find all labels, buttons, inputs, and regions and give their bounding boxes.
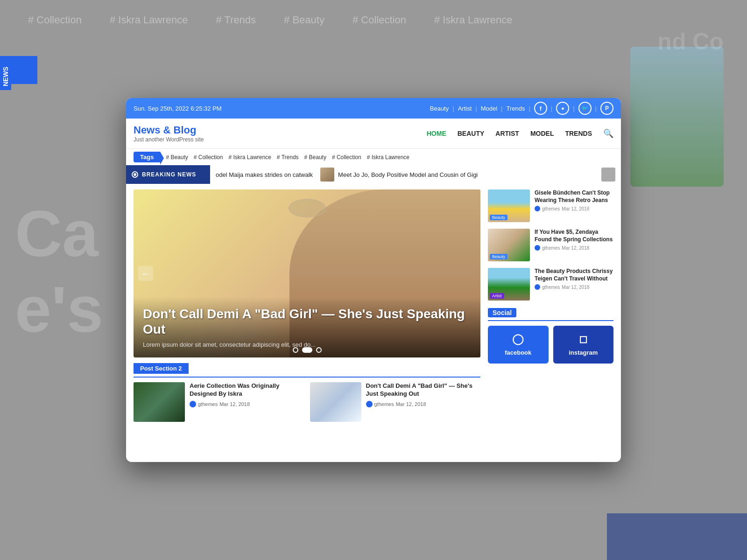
breaking-item-1[interactable]: odel Maija makes strides on catwalk xyxy=(216,171,313,178)
topnav-beauty[interactable]: Beauty xyxy=(430,105,449,112)
sidebar-article-3[interactable]: Artist The Beauty Products Chrissy Teige… xyxy=(488,268,613,301)
meta-avatar-1 xyxy=(190,401,196,407)
logo-title[interactable]: News & Blog xyxy=(134,124,204,136)
sidebar-author-2: gthemes xyxy=(542,245,560,251)
hero-dot-3[interactable] xyxy=(316,347,322,353)
bg-palm xyxy=(630,47,724,187)
bg-right-text: nd Co xyxy=(657,28,724,55)
logo-subtitle: Just another WordPress site xyxy=(134,136,204,143)
facebook-button[interactable]: ◯ facebook xyxy=(488,326,549,364)
breaking-dot xyxy=(132,171,138,178)
sidebar-article-meta-1: gthemes Mar 12, 2018 xyxy=(535,206,613,211)
breaking-item-2[interactable]: Meet Jo Jo, Body Positive Model and Cous… xyxy=(320,168,478,182)
post-card-title-2: Don't Call Demi A "Bad Girl" — She's Jus… xyxy=(366,382,481,398)
hero-dot-2[interactable] xyxy=(302,347,312,353)
sidebar-date-3: Mar 12, 2018 xyxy=(562,285,589,290)
instagram-label: instagram xyxy=(569,349,598,356)
post-date-1: Mar 12, 2018 xyxy=(219,401,250,407)
hero-title: Don't Call Demi A "Bad Girl" — She's Jus… xyxy=(143,306,471,337)
sidebar-meta-icon-3 xyxy=(535,284,540,290)
instagram-button[interactable]: ◻ instagram xyxy=(553,326,614,364)
browser-window: Sun. Sep 25th, 2022 6:25:32 PM Beauty | … xyxy=(126,98,621,462)
hero-section: ← Don't Call Demi A "Bad Girl" — She's J… xyxy=(134,189,480,422)
breaking-thumb-1 xyxy=(320,168,334,182)
breaking-content: odel Maija makes strides on catwalk Meet… xyxy=(210,165,621,184)
sidebar-article-title-3: The Beauty Products Chrissy Teigen Can't… xyxy=(535,268,613,282)
social-title: Social xyxy=(488,308,613,321)
post-card-body-2: Don't Call Demi A "Bad Girl" — She's Jus… xyxy=(366,382,481,407)
topnav-artist[interactable]: Artist xyxy=(458,105,472,112)
post-card-body-1: Aerie Collection Was Originally Designed… xyxy=(190,382,304,407)
nav-artist[interactable]: ARTIST xyxy=(495,130,519,137)
nav-trends[interactable]: TRENDS xyxy=(565,130,592,137)
social-section: Social ◯ facebook ◻ instagram xyxy=(488,308,613,364)
header: News & Blog Just another WordPress site … xyxy=(126,119,621,148)
post-card-thumb-1 xyxy=(134,382,185,422)
sidebar-article-body-3: The Beauty Products Chrissy Teigen Can't… xyxy=(535,268,613,290)
sidebar-meta-icon-2 xyxy=(535,245,540,251)
nav-model[interactable]: MODEL xyxy=(530,130,554,137)
sidebar-article-body-1: Gisele Bündchen Can't Stop Wearing These… xyxy=(535,189,613,211)
sidebar-article-2[interactable]: Beauty If You Have $5, Zendaya Found the… xyxy=(488,229,613,261)
post-card-thumb-2 xyxy=(310,382,361,422)
post-card-2[interactable]: Don't Call Demi A "Bad Girl" — She's Jus… xyxy=(310,382,481,422)
breaking-news-bar: BREAKING NEWS odel Maija makes strides o… xyxy=(126,165,621,184)
datetime: Sun. Sep 25th, 2022 6:25:32 PM xyxy=(134,105,222,112)
bg-news-label: NEWS xyxy=(0,63,11,90)
social-title-badge: Social xyxy=(488,308,516,317)
tag-iskra-2[interactable]: # Iskra Lawrence xyxy=(367,154,409,161)
instagram-icon: ◻ xyxy=(579,333,587,345)
facebook-label: facebook xyxy=(505,349,531,356)
sidebar-thumb-2: Beauty xyxy=(488,229,530,261)
sidebar-article-1[interactable]: Beauty Gisele Bündchen Can't Stop Wearin… xyxy=(488,189,613,222)
tag-collection-2[interactable]: # Collection xyxy=(332,154,361,161)
post-card-1[interactable]: Aerie Collection Was Originally Designed… xyxy=(134,382,304,422)
social-buttons: ◯ facebook ◻ instagram xyxy=(488,326,613,364)
post-author-2: gthemes xyxy=(374,401,394,407)
breaking-thumb-2 xyxy=(601,168,615,182)
sidebar-thumb-3: Artist xyxy=(488,268,530,301)
topbar-instagram-icon[interactable]: ● xyxy=(556,102,569,115)
post-card-meta-2: gthemes Mar 12, 2018 xyxy=(366,401,481,407)
main-nav: HOME BEAUTY ARTIST MODEL TRENDS 🔍 xyxy=(427,128,613,139)
topnav-trends[interactable]: Trends xyxy=(506,105,525,112)
bg-bottom xyxy=(607,513,747,560)
sidebar-date-1: Mar 12, 2018 xyxy=(562,206,589,211)
sidebar-article-title-2: If You Have $5, Zendaya Found the Spring… xyxy=(535,229,613,243)
meta-avatar-2 xyxy=(366,401,373,407)
logo: News & Blog Just another WordPress site xyxy=(134,124,204,143)
post-cards: Aerie Collection Was Originally Designed… xyxy=(134,382,480,422)
tag-beauty-2[interactable]: # Beauty xyxy=(304,154,326,161)
topbar-facebook-icon[interactable]: f xyxy=(534,102,547,115)
hero-hat xyxy=(289,199,326,217)
tag-trends-1[interactable]: # Trends xyxy=(277,154,299,161)
post-card-meta-1: gthemes Mar 12, 2018 xyxy=(190,401,304,407)
sidebar-meta-icon-1 xyxy=(535,206,540,211)
hero-dots xyxy=(293,347,322,353)
post-author-1: gthemes xyxy=(198,401,218,407)
sidebar-article-body-2: If You Have $5, Zendaya Found the Spring… xyxy=(535,229,613,251)
topbar-twitter-icon[interactable]: 🐦 xyxy=(578,102,592,115)
sidebar-badge-3: Artist xyxy=(490,293,504,299)
sidebar: Beauty Gisele Bündchen Can't Stop Wearin… xyxy=(480,189,613,422)
breaking-label: BREAKING NEWS xyxy=(142,171,196,178)
sidebar-thumb-1: Beauty xyxy=(488,189,530,222)
nav-beauty[interactable]: BEAUTY xyxy=(458,130,485,137)
top-bar-right: Beauty | Artist | Model | Trends | f | ●… xyxy=(430,102,613,115)
hero-dot-1[interactable] xyxy=(293,347,298,353)
tag-beauty-1[interactable]: # Beauty xyxy=(166,154,188,161)
bg-tags: # Collection # Iskra Lawrence # Trends #… xyxy=(0,14,747,26)
topnav-model[interactable]: Model xyxy=(481,105,497,112)
content-area: ← Don't Call Demi A "Bad Girl" — She's J… xyxy=(126,184,621,427)
tag-collection-1[interactable]: # Collection xyxy=(194,154,223,161)
breaking-label-area: BREAKING NEWS xyxy=(126,165,210,184)
topbar-pinterest-icon[interactable]: P xyxy=(600,102,613,115)
hero-prev-button[interactable]: ← xyxy=(138,266,153,281)
tag-iskra-1[interactable]: # Iskra Lawrence xyxy=(228,154,271,161)
top-bar: Sun. Sep 25th, 2022 6:25:32 PM Beauty | … xyxy=(126,98,621,119)
sidebar-article-meta-2: gthemes Mar 12, 2018 xyxy=(535,245,613,251)
search-icon[interactable]: 🔍 xyxy=(603,128,613,139)
sidebar-author-3: gthemes xyxy=(542,285,560,290)
nav-home[interactable]: HOME xyxy=(427,130,446,137)
post-card-title-1: Aerie Collection Was Originally Designed… xyxy=(190,382,304,398)
